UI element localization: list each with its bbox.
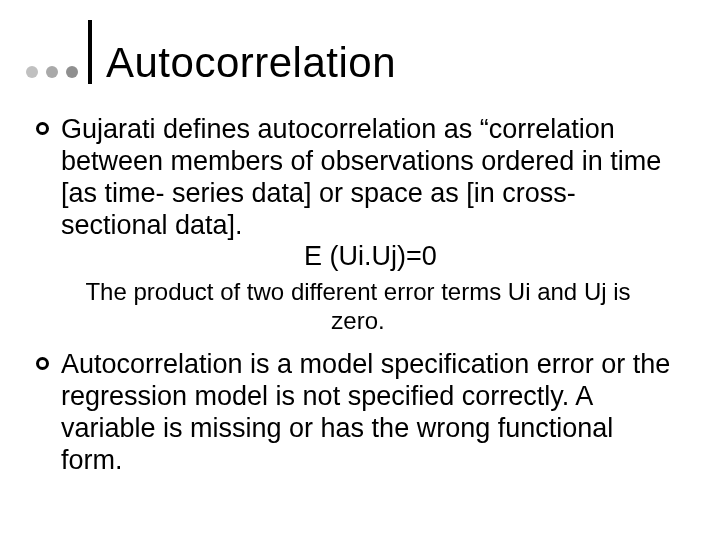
slide: Autocorrelation Gujarati defines autocor… — [0, 0, 720, 540]
bullet-item: Autocorrelation is a model specification… — [36, 349, 680, 476]
bullet-item: Gujarati defines autocorrelation as “cor… — [36, 114, 680, 272]
dot-icon — [26, 66, 38, 78]
slide-header: Autocorrelation — [26, 20, 396, 84]
subnote-text: The product of two different error terms… — [66, 278, 650, 335]
equation-text: E (Ui.Uj)=0 — [61, 241, 680, 272]
dot-icon — [46, 66, 58, 78]
vertical-divider — [88, 20, 92, 84]
bullet-text: Autocorrelation is a model specification… — [61, 349, 680, 476]
bullet-content: Gujarati defines autocorrelation as “cor… — [61, 114, 680, 272]
dot-icon — [66, 66, 78, 78]
bullet-ring-icon — [36, 357, 49, 370]
decorative-dots — [26, 66, 78, 78]
bullet-ring-icon — [36, 122, 49, 135]
bullet-text: Gujarati defines autocorrelation as “cor… — [61, 114, 680, 241]
slide-body: Gujarati defines autocorrelation as “cor… — [36, 114, 680, 479]
slide-title: Autocorrelation — [106, 42, 396, 84]
